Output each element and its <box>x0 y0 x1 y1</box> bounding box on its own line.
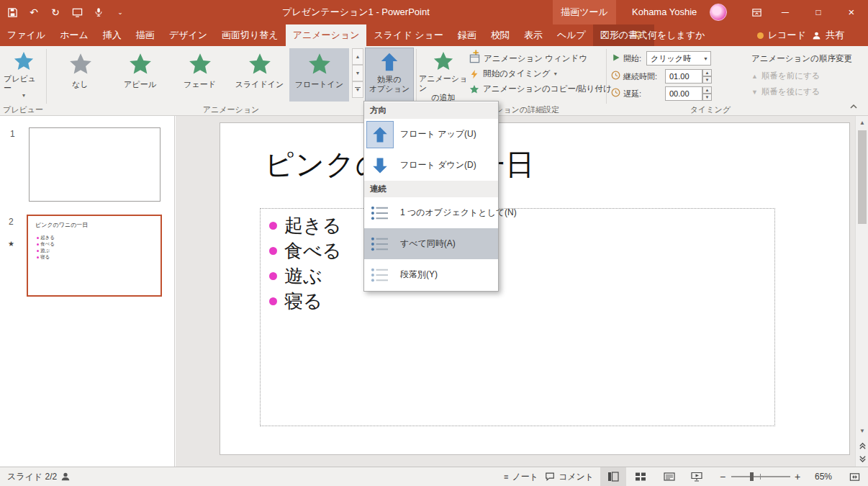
slide-indicator[interactable]: スライド 2/2 <box>7 467 57 486</box>
zoom-slider-tick <box>760 474 761 480</box>
tell-me-box[interactable]: 何をしますか <box>633 24 705 46</box>
close-button[interactable]: × <box>835 0 868 24</box>
dictate-icon[interactable] <box>92 4 105 20</box>
comments-button[interactable]: コメント <box>545 467 594 486</box>
bullet-text: 起きる <box>40 235 55 241</box>
tab-draw[interactable]: 描画 <box>129 24 162 46</box>
scrollbar-thumb[interactable] <box>858 130 867 224</box>
notes-button[interactable]: ≡ ノート <box>504 467 538 486</box>
tab-transitions[interactable]: 画面切り替え <box>214 24 286 46</box>
zoom-out-button[interactable]: − <box>720 467 725 486</box>
slideshow-icon[interactable] <box>71 4 83 20</box>
slide-bullet[interactable]: 起きる <box>269 213 341 238</box>
tab-home[interactable]: ホーム <box>53 24 96 46</box>
effect-options-button[interactable]: 効果の オプション <box>365 48 414 102</box>
spin-up-icon[interactable]: ▲ <box>702 69 712 76</box>
slide-bullet[interactable]: 食べる <box>269 238 341 264</box>
slide-bullet[interactable]: 寝る <box>269 289 341 314</box>
slideshow-view-button[interactable] <box>684 467 710 486</box>
tab-file[interactable]: ファイル <box>0 24 53 46</box>
normal-view-button[interactable] <box>600 467 626 486</box>
move-later-button[interactable]: ▼ 順番を後にする <box>751 86 820 97</box>
status-bar: スライド 2/2 ≡ ノート コメント − + 65% <box>0 467 868 486</box>
zoom-slider-thumb[interactable] <box>750 472 754 481</box>
tab-slideshow[interactable]: スライド ショー <box>366 24 450 46</box>
tab-insert[interactable]: 挿入 <box>96 24 129 46</box>
animation-float-in[interactable]: フロートイン <box>289 48 349 102</box>
menu-item-all-at-once[interactable]: すべて同時(A) <box>364 228 498 259</box>
tab-record[interactable]: 録画 <box>451 24 484 46</box>
zoom-slider-track[interactable] <box>731 476 790 477</box>
menu-item-label: フロート ダウン(D) <box>400 159 476 171</box>
slide-bullet[interactable]: 遊ぶ <box>269 264 341 289</box>
trigger-button[interactable]: 開始のタイミング ▾ <box>469 66 612 81</box>
menu-item-by-paragraph[interactable]: 段落別(Y) <box>364 259 498 290</box>
group-separator <box>416 49 417 104</box>
menu-item-float-up[interactable]: フロート アップ(U) <box>364 119 498 150</box>
scroll-up-icon[interactable]: ▲ <box>856 117 868 129</box>
tab-design[interactable]: デザイン <box>162 24 214 46</box>
gallery-scroll-up-icon[interactable]: ▲ <box>352 48 363 65</box>
spin-down-icon[interactable]: ▼ <box>702 76 712 84</box>
start-dropdown[interactable]: クリック時 ▼ <box>646 51 711 66</box>
tab-view[interactable]: 表示 <box>517 24 550 46</box>
redo-icon[interactable]: ↻ <box>49 4 62 20</box>
share-button[interactable]: 共有 <box>812 24 844 46</box>
duration-field[interactable]: 01.00 <box>665 69 702 84</box>
bullet-text: 寝る <box>284 289 322 314</box>
star-icon <box>248 52 272 76</box>
spin-down-icon[interactable]: ▼ <box>702 94 712 101</box>
next-slide-button[interactable] <box>856 451 868 464</box>
animation-painter-button[interactable]: アニメーションのコピー/貼り付け <box>469 81 612 96</box>
animation-pane-button[interactable]: アニメーション ウィンドウ <box>469 51 612 66</box>
preview-button[interactable]: プレビュー ▾ <box>4 48 44 102</box>
save-icon[interactable] <box>6 4 19 20</box>
tab-review[interactable]: 校閲 <box>484 24 517 46</box>
animation-pane-icon <box>469 53 480 64</box>
tab-animations[interactable]: アニメーション <box>286 24 367 46</box>
animation-indicator-star[interactable]: ★ <box>8 240 14 248</box>
animation-fly-in[interactable]: スライドイン <box>230 48 289 102</box>
delay-field[interactable]: 00.00 <box>665 86 702 101</box>
fit-to-window-button[interactable] <box>849 467 860 486</box>
ribbon-display-options-icon[interactable] <box>746 0 767 24</box>
zoom-in-button[interactable]: + <box>795 467 800 486</box>
minimize-button[interactable]: ─ <box>769 0 802 24</box>
animation-appear[interactable]: アピール <box>110 48 170 102</box>
account-name[interactable]: Kohama Yoshie <box>632 0 697 24</box>
menu-item-as-one-object[interactable]: 1 つのオブジェクトとして(N) <box>364 197 498 228</box>
tab-help[interactable]: ヘルプ <box>550 24 593 46</box>
previous-slide-button[interactable] <box>856 438 868 451</box>
spin-up-icon[interactable]: ▲ <box>702 86 712 94</box>
qat-customize-icon[interactable]: ⌄ <box>114 4 127 20</box>
vertical-scrollbar[interactable]: ▲ ▼ <box>855 116 868 467</box>
reading-view-button[interactable] <box>656 467 682 486</box>
zoom-percentage[interactable]: 65% <box>815 467 832 486</box>
accessibility-icon[interactable] <box>60 467 71 486</box>
undo-icon[interactable]: ↶ <box>27 4 40 20</box>
gallery-more-icon[interactable]: ▼ <box>352 81 363 98</box>
gallery-scroll: ▲ ▼ ▼ <box>352 48 363 98</box>
collapse-ribbon-icon[interactable] <box>849 104 858 109</box>
animation-fade[interactable]: フェード <box>170 48 230 102</box>
chevron-down-icon: ▾ <box>22 93 25 99</box>
maximize-button[interactable]: □ <box>802 0 835 24</box>
slide-2-thumbnail[interactable]: ピンクのワニの一日 起きる 食べる 遊ぶ 寝る <box>27 215 162 297</box>
menu-item-float-down[interactable]: フロート ダウン(D) <box>364 150 498 181</box>
move-earlier-button[interactable]: ▲ 順番を前にする <box>751 71 820 81</box>
duration-clock-icon <box>611 71 620 80</box>
add-animation-button[interactable]: + アニメーション の追加 <box>419 48 468 102</box>
scroll-down-icon[interactable]: ▼ <box>856 426 868 437</box>
lightbulb-icon <box>633 30 643 40</box>
preview-label: プレビュー <box>4 74 44 93</box>
slide-sorter-view-button[interactable] <box>628 467 654 486</box>
content-placeholder[interactable]: 起きる 食べる 遊ぶ 寝る <box>260 208 775 426</box>
gallery-scroll-down-icon[interactable]: ▼ <box>352 65 363 81</box>
share-label: 共有 <box>826 29 844 42</box>
animation-none[interactable]: なし <box>50 48 110 102</box>
reorder-animation-label: アニメーションの順序変更 <box>751 53 852 64</box>
avatar[interactable] <box>710 4 727 21</box>
slide-1-thumbnail[interactable] <box>29 127 161 202</box>
record-button[interactable]: レコード <box>757 24 806 46</box>
slide[interactable]: ピンクのワニの一日 起きる 食べる 遊ぶ 寝る <box>220 122 850 455</box>
